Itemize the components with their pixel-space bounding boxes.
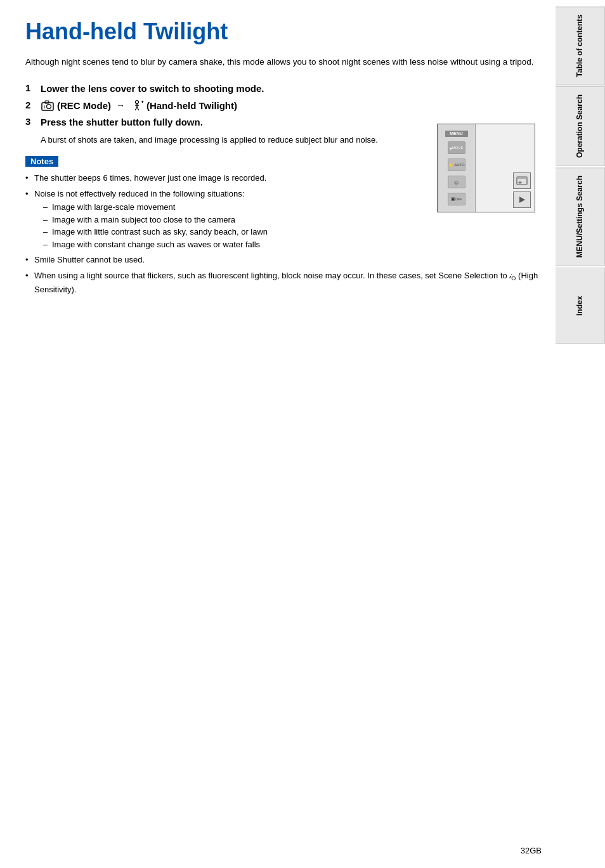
step-1-text: Lower the lens cover to switch to shooti… — [41, 82, 264, 95]
step-2-mode-text: (Hand-held Twilight) — [146, 100, 237, 111]
svg-line-7 — [135, 107, 137, 110]
move-icon: ●MOVE — [448, 141, 465, 154]
step-3-text: Press the shutter button fully down. — [41, 116, 203, 129]
note-sub-item-2: Image with a main subject too close to t… — [43, 214, 542, 226]
note-sub-item-3: Image with little contrast such as sky, … — [43, 226, 542, 238]
sidebar-tab-operation-label: Operation Search — [575, 94, 585, 158]
svg-text:✦: ✦ — [141, 100, 144, 104]
step-1-number: 1 — [25, 82, 41, 93]
page-title: Hand-held Twilight — [25, 19, 542, 44]
flash-auto-icon: ⚡AUTO — [448, 159, 465, 171]
camera-photo-btn — [513, 172, 531, 189]
camera-left-panel: MENU ●MOVE ⚡AUTO ☺ ▣OFF — [438, 124, 476, 212]
note-sub-item-4: Image with constant change such as waves… — [43, 238, 542, 251]
rec-mode-icon: i — [41, 100, 55, 111]
notes-label: Notes — [25, 156, 58, 167]
step-2-number: 2 — [25, 100, 41, 110]
page-number: 32GB — [521, 846, 542, 855]
smile-icon: ☺ — [448, 176, 465, 188]
sidebar-tab-menu[interactable]: MENU/Settings Search — [556, 167, 605, 266]
note-item-4: When using a light source that flickers,… — [25, 269, 542, 295]
camera-play-btn — [513, 191, 531, 208]
sidebar-tab-toc-label: Table of contents — [575, 15, 585, 77]
svg-marker-14 — [519, 197, 525, 203]
sidebar-tab-toc[interactable]: Table of contents — [556, 6, 605, 85]
camera-right-panel — [476, 124, 535, 212]
hand-twilight-icon: ✦ — [130, 100, 144, 111]
arrow-icon: → — [116, 100, 125, 110]
sidebar-tab-index[interactable]: Index — [556, 268, 605, 344]
sidebar-tab-index-label: Index — [575, 295, 585, 315]
note-item-3: Smile Shutter cannot be used. — [25, 254, 542, 266]
sidebar-tab-operation[interactable]: Operation Search — [556, 86, 605, 166]
disp-off-icon: ▣OFF — [448, 193, 465, 205]
intro-paragraph: Although night scenes tend to blur by ca… — [25, 56, 542, 68]
svg-rect-11 — [517, 177, 527, 179]
step-2: 2 i (REC Mode) → — [25, 100, 542, 111]
step-2-content: i (REC Mode) → ✦ (Hand-held Twilight) — [41, 100, 237, 111]
menu-icon: MENU — [445, 131, 468, 137]
svg-point-4 — [136, 101, 139, 104]
step-2-rec-text: (REC Mode) — [57, 100, 111, 111]
sidebar-tab-menu-label: MENU/Settings Search — [575, 176, 585, 257]
svg-text:i: i — [44, 105, 45, 109]
svg-line-8 — [137, 107, 139, 110]
right-sidebar: Table of contents Operation Search MENU/… — [549, 0, 605, 868]
camera-diagram: MENU ●MOVE ⚡AUTO ☺ ▣OFF — [437, 124, 535, 212]
iso-icon-inline: 𝒾O — [509, 272, 516, 280]
step-1: 1 Lower the lens cover to switch to shoo… — [25, 82, 542, 95]
step-3-number: 3 — [25, 116, 41, 127]
svg-point-3 — [47, 105, 51, 109]
